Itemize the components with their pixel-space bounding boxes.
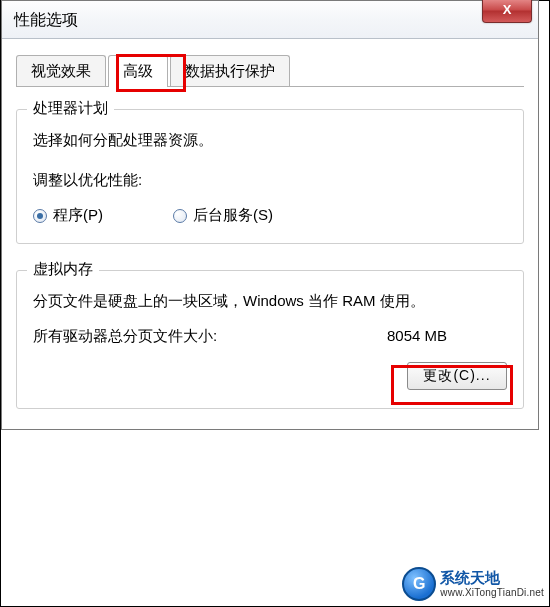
window-title: 性能选项 bbox=[14, 11, 78, 28]
titlebar: 性能选项 X bbox=[2, 1, 538, 39]
change-button[interactable]: 更改(C)... bbox=[407, 362, 507, 390]
virtual-memory-groupbox: 虚拟内存 分页文件是硬盘上的一块区域，Windows 当作 RAM 使用。 所有… bbox=[16, 270, 524, 409]
vm-button-row: 更改(C)... bbox=[33, 362, 507, 390]
globe-icon: G bbox=[402, 567, 436, 601]
radio-label: 程序(P) bbox=[53, 206, 103, 225]
tab-label: 视觉效果 bbox=[31, 62, 91, 79]
watermark-title: 系统天地 bbox=[440, 570, 544, 587]
radio-label: 后台服务(S) bbox=[193, 206, 273, 225]
close-icon: X bbox=[503, 2, 512, 17]
vm-desc: 分页文件是硬盘上的一块区域，Windows 当作 RAM 使用。 bbox=[33, 289, 507, 313]
tab-visual-effects[interactable]: 视觉效果 bbox=[16, 55, 106, 86]
watermark-text: 系统天地 www.XiTongTianDi.net bbox=[440, 570, 544, 598]
processor-legend: 处理器计划 bbox=[27, 99, 114, 118]
globe-glyph: G bbox=[413, 575, 425, 593]
radio-icon bbox=[33, 209, 47, 223]
radio-programs[interactable]: 程序(P) bbox=[33, 206, 103, 225]
vm-legend: 虚拟内存 bbox=[27, 260, 99, 279]
processor-adjust-label: 调整以优化性能: bbox=[33, 168, 507, 192]
performance-options-window: 性能选项 X 视觉效果 高级 数据执行保护 处理器计划 选择如何分配处理器资源。… bbox=[1, 0, 539, 430]
tab-label: 数据执行保护 bbox=[185, 62, 275, 79]
vm-total-label: 所有驱动器总分页文件大小: bbox=[33, 327, 217, 346]
processor-groupbox: 处理器计划 选择如何分配处理器资源。 调整以优化性能: 程序(P) 后台服务(S… bbox=[16, 109, 524, 244]
processor-radio-row: 程序(P) 后台服务(S) bbox=[33, 206, 507, 225]
tab-strip: 视觉效果 高级 数据执行保护 bbox=[16, 53, 524, 87]
vm-total-row: 所有驱动器总分页文件大小: 8054 MB bbox=[33, 327, 507, 346]
client-area: 视觉效果 高级 数据执行保护 处理器计划 选择如何分配处理器资源。 调整以优化性… bbox=[2, 39, 538, 429]
vm-total-value: 8054 MB bbox=[387, 327, 447, 346]
radio-background[interactable]: 后台服务(S) bbox=[173, 206, 273, 225]
watermark: G 系统天地 www.XiTongTianDi.net bbox=[402, 567, 544, 601]
radio-icon bbox=[173, 209, 187, 223]
processor-desc: 选择如何分配处理器资源。 bbox=[33, 128, 507, 152]
tab-dep[interactable]: 数据执行保护 bbox=[170, 55, 290, 86]
tab-advanced[interactable]: 高级 bbox=[108, 55, 168, 87]
change-button-label: 更改(C)... bbox=[423, 367, 490, 383]
tab-label: 高级 bbox=[123, 62, 153, 79]
watermark-url: www.XiTongTianDi.net bbox=[440, 587, 544, 598]
close-button[interactable]: X bbox=[482, 0, 532, 23]
